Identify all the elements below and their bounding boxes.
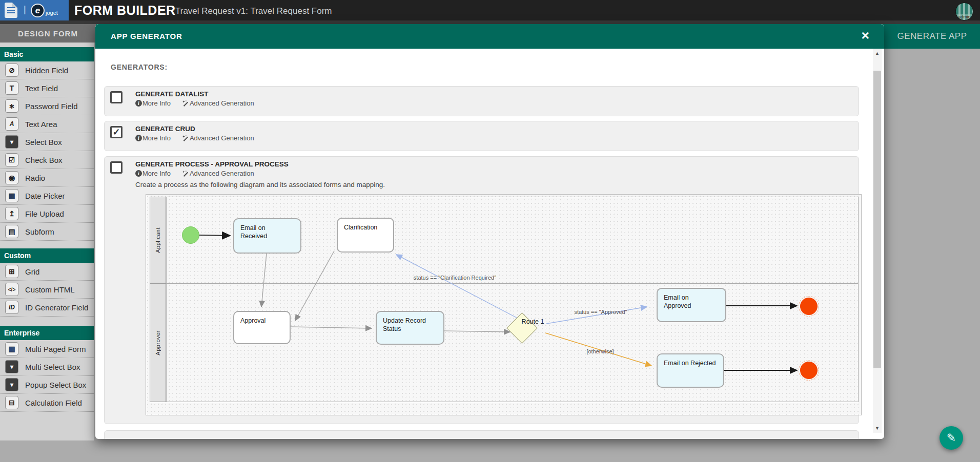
- sidebar-item-multi-paged-form[interactable]: ▥ Multi Paged Form: [0, 340, 94, 358]
- palette-item-label: Text Area: [25, 120, 57, 129]
- text-field-icon: T: [5, 81, 18, 95]
- info-icon: i: [135, 135, 142, 141]
- document-icon[interactable]: [5, 3, 17, 18]
- sidebar-item-multi-select-box[interactable]: ▾ Multi Select Box: [0, 358, 94, 376]
- avatar-label: admin: [956, 14, 973, 19]
- scroll-up-icon[interactable]: ▲: [873, 49, 882, 58]
- process-description: Create a process as the following diagra…: [135, 181, 385, 188]
- subform-icon: ▤: [5, 225, 18, 238]
- id-icon: ID: [5, 301, 18, 314]
- process-checkbox[interactable]: [110, 161, 122, 174]
- palette-item-label: Popup Select Box: [25, 381, 86, 389]
- palette-item-label: ID Generator Field: [25, 303, 88, 312]
- lane-label-approver: Approver: [150, 283, 166, 402]
- palette-item-label: Password Field: [25, 102, 78, 111]
- code-icon: </>: [5, 283, 18, 296]
- palette-section-enterprise: Enterprise: [0, 326, 94, 340]
- approval-process-diagram: Applicant Approver: [146, 194, 862, 415]
- advanced-generation-link[interactable]: Advanced Generation: [190, 134, 254, 142]
- sidebar-item-subform[interactable]: ▤ Subform: [0, 223, 94, 241]
- design-form-header: DESIGN FORM: [0, 24, 96, 43]
- task-clarification: Clarification: [337, 218, 394, 253]
- grid-icon: ⊞: [5, 265, 18, 278]
- check-box-icon: ☑: [5, 153, 18, 166]
- generator-title: GENERATE DATALIST: [135, 90, 209, 98]
- radio-icon: ◉: [5, 171, 18, 184]
- end-node-rejected: [800, 362, 818, 379]
- sidebar-item-custom-html[interactable]: </> Custom HTML: [0, 281, 94, 299]
- generator-row-crud: ✓ GENERATE CRUD i More Info Advanced Gen…: [104, 121, 859, 151]
- edge-label-clarification-required: status == "Clarification Required": [402, 275, 507, 281]
- more-info-link[interactable]: More Info: [142, 134, 171, 142]
- sidebar-item-date-picker[interactable]: ▦ Date Picker: [0, 187, 94, 205]
- task-email-on-received: Email on Received: [233, 218, 301, 254]
- magic-wand-icon: [182, 100, 189, 107]
- upload-icon: ↥: [5, 207, 18, 220]
- dialog-header: APP GENERATOR ✕: [95, 24, 884, 49]
- start-node: [182, 226, 199, 244]
- modal-scrollbar: ▲ ▼: [873, 49, 882, 433]
- sidebar-item-radio[interactable]: ◉ Radio: [0, 169, 94, 187]
- end-node-approved: [800, 298, 818, 315]
- task-approval: Approval: [233, 311, 291, 344]
- more-info-link[interactable]: More Info: [142, 170, 171, 177]
- palette-item-label: Radio: [25, 174, 45, 182]
- generator-row-datalist: GENERATE DATALIST i More Info Advanced G…: [104, 86, 859, 116]
- advanced-generation-link[interactable]: Advanced Generation: [190, 99, 254, 107]
- sidebar-item-hidden-field[interactable]: ⊘ Hidden Field: [0, 61, 94, 79]
- popup-select-box-icon: ▾: [5, 378, 18, 391]
- info-icon: i: [135, 170, 142, 177]
- magic-wand-icon: [182, 170, 189, 177]
- generator-row-partial: [104, 430, 859, 439]
- palette-item-label: Multi Paged Form: [25, 345, 86, 353]
- task-update-record-status: Update Record Status: [376, 311, 444, 345]
- palette-item-label: Hidden Field: [25, 66, 68, 75]
- sidebar-item-check-box[interactable]: ☑ Check Box: [0, 151, 94, 169]
- palette-item-label: Text Field: [25, 84, 58, 93]
- user-avatar[interactable]: admin: [955, 3, 973, 20]
- palette-section-custom: Custom: [0, 248, 94, 263]
- lane-label-applicant: Applicant: [150, 197, 166, 283]
- dialog-title: APP GENERATOR: [111, 32, 182, 40]
- select-box-icon: ▾: [5, 135, 18, 149]
- sidebar-item-file-upload[interactable]: ↥ File Upload: [0, 205, 94, 223]
- sidebar-item-popup-select-box[interactable]: ▾ Popup Select Box: [0, 376, 94, 394]
- pencil-icon: ✎: [947, 431, 956, 445]
- app-title: FORM BUILDER: [74, 3, 176, 18]
- advanced-generation-link[interactable]: Advanced Generation: [190, 170, 254, 177]
- text-area-icon: A: [5, 117, 18, 131]
- generator-title: GENERATE CRUD: [135, 125, 195, 133]
- palette-item-label: Grid: [25, 267, 39, 276]
- close-icon[interactable]: ✕: [861, 30, 870, 41]
- palette-item-label: File Upload: [25, 209, 64, 218]
- hidden-field-icon: ⊘: [5, 64, 18, 77]
- app-generator-dialog: APP GENERATOR ✕ GENERATORS: GENERATE DAT…: [95, 24, 884, 439]
- edit-fab[interactable]: ✎: [940, 426, 963, 450]
- generators-heading: GENERATORS:: [111, 63, 168, 71]
- datalist-checkbox[interactable]: [110, 91, 122, 103]
- joget-logo-text: joget: [46, 10, 58, 16]
- crud-checkbox[interactable]: ✓: [110, 126, 122, 138]
- generate-app-button[interactable]: GENERATE APP: [884, 24, 980, 49]
- generator-title: GENERATE PROCESS - APPROVAL PROCESS: [135, 160, 289, 168]
- more-info-link[interactable]: More Info: [142, 99, 171, 107]
- top-bar: | e joget FORM BUILDER Travel Request v1…: [0, 0, 980, 20]
- calculation-field-icon: ⊟: [5, 396, 18, 409]
- sidebar-item-text-field[interactable]: T Text Field: [0, 79, 94, 97]
- palette-item-label: Subform: [25, 227, 54, 236]
- lane-divider: [167, 283, 858, 284]
- sidebar-item-grid[interactable]: ⊞ Grid: [0, 263, 94, 281]
- scrollbar-thumb[interactable]: [873, 71, 881, 368]
- logo-divider: |: [24, 4, 26, 15]
- app-subtitle: Travel Request v1: Travel Request Form: [175, 6, 332, 16]
- sidebar-item-calculation-field[interactable]: ⊟ Calculation Field: [0, 394, 94, 412]
- sidebar-item-text-area[interactable]: A Text Area: [0, 115, 94, 133]
- scroll-down-icon[interactable]: ▼: [873, 424, 882, 433]
- sidebar-item-select-box[interactable]: ▾ Select Box: [0, 133, 94, 151]
- sidebar-item-password-field[interactable]: ∗ Password Field: [0, 97, 94, 115]
- task-email-on-approved: Email on Approved: [657, 288, 726, 322]
- calendar-icon: ▦: [5, 189, 18, 202]
- joget-logo-icon[interactable]: e: [31, 4, 45, 17]
- magic-wand-icon: [182, 135, 189, 142]
- sidebar-item-id-generator-field[interactable]: ID ID Generator Field: [0, 299, 94, 317]
